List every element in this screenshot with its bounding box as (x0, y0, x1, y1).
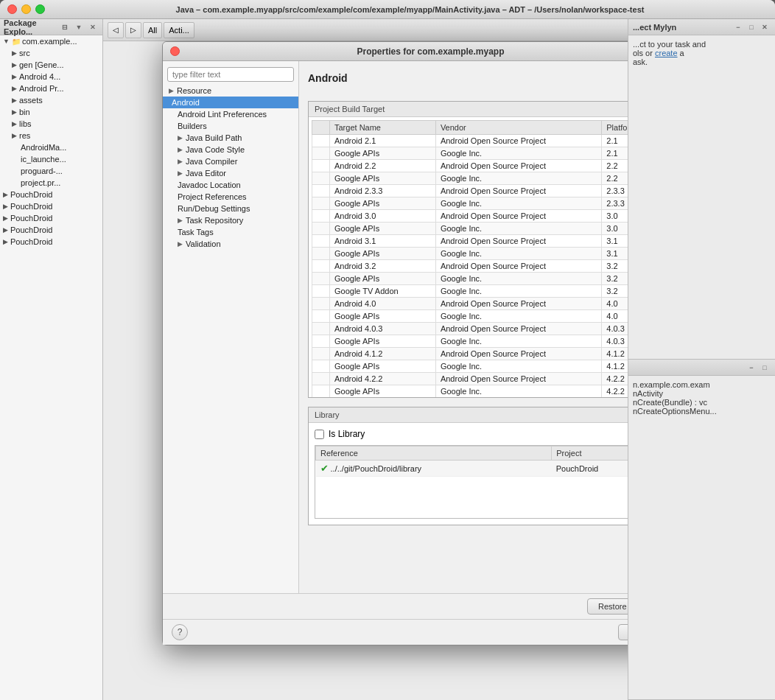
close-button[interactable] (7, 4, 17, 14)
tree-item-androidma[interactable]: AndroidMa... (0, 141, 102, 153)
target-checkbox-cell[interactable] (312, 373, 330, 385)
target-checkbox-cell[interactable] (312, 385, 330, 398)
nav-item-project-refs[interactable]: Project References (163, 191, 298, 203)
help-button[interactable]: ? (172, 624, 188, 640)
tree-item-ic-launch[interactable]: ic_launche... (0, 153, 102, 165)
target-row[interactable]: Android 3.0 Android Open Source Project … (312, 210, 628, 223)
target-row[interactable]: Google APIs Google Inc. 4.1.2 16 (312, 360, 628, 373)
mylyn-close-icon[interactable]: ✕ (759, 21, 771, 33)
target-checkbox-cell[interactable] (312, 335, 330, 348)
target-row[interactable]: Google APIs Google Inc. 2.2 8 (312, 172, 628, 185)
col-platform[interactable]: Platform (602, 121, 628, 135)
target-checkbox-cell[interactable] (312, 147, 330, 160)
back-button[interactable]: ◁ (108, 22, 124, 38)
tree-item-res[interactable]: ▶ res (0, 130, 102, 141)
tree-item-pouchdroid5[interactable]: ▶ PouchDroid (0, 236, 102, 248)
target-row[interactable]: Android 2.1 Android Open Source Project … (312, 135, 628, 147)
tree-item-pouchdroid4[interactable]: ▶ PouchDroid (0, 224, 102, 236)
target-checkbox-cell[interactable] (312, 135, 330, 147)
mylyn-min-icon[interactable]: − (732, 21, 744, 33)
create-link[interactable]: create (655, 49, 678, 57)
tree-item-gen[interactable]: ▶ gen [Gene... (0, 59, 102, 71)
target-row[interactable]: Android 3.1 Android Open Source Project … (312, 235, 628, 248)
nav-item-task-repo[interactable]: ▶ Task Repository (163, 214, 298, 226)
target-row[interactable]: Google APIs Google Inc. 3.2 13 (312, 273, 628, 285)
target-row[interactable]: Google APIs Google Inc. 4.0.3 15 (312, 335, 628, 348)
target-row[interactable]: Android 3.2 Android Open Source Project … (312, 260, 628, 273)
nav-item-java-code-style[interactable]: ▶ Java Code Style (163, 144, 298, 155)
is-library-checkbox[interactable] (315, 430, 324, 439)
col-target-name[interactable]: Target Name (330, 121, 436, 135)
restore-defaults-button[interactable]: Restore Defaults (587, 598, 628, 615)
target-checkbox-cell[interactable] (312, 285, 330, 298)
nav-item-javadoc[interactable]: Javadoc Location (163, 179, 298, 191)
target-checkbox-cell[interactable] (312, 348, 330, 360)
nav-item-task-tags[interactable]: Task Tags (163, 226, 298, 238)
target-row[interactable]: Google APIs Google Inc. 4.2.2 17 (312, 385, 628, 398)
target-row[interactable]: Android 2.2 Android Open Source Project … (312, 160, 628, 172)
target-row[interactable]: Google APIs Google Inc. 4.0 14 (312, 310, 628, 323)
library-row[interactable]: ✔ ../../git/PouchDroid/library PouchDroi… (316, 461, 628, 477)
col-vendor[interactable]: Vendor (435, 121, 601, 135)
tree-item-pouchdroid3[interactable]: ▶ PouchDroid (0, 212, 102, 224)
target-row[interactable]: Android 4.2.2 Android Open Source Projec… (312, 373, 628, 385)
dialog-close-button[interactable] (170, 46, 180, 56)
target-row[interactable]: Google APIs Google Inc. 2.3.3 10 (312, 197, 628, 210)
target-row[interactable]: Android 4.1.2 Android Open Source Projec… (312, 348, 628, 360)
nav-item-builders[interactable]: Builders (163, 120, 298, 132)
code-panel-max-icon[interactable]: □ (759, 362, 771, 374)
target-checkbox-cell[interactable] (312, 172, 330, 185)
activities-button[interactable]: Acti... (164, 22, 194, 38)
nav-item-validation[interactable]: ▶ Validation (163, 238, 298, 250)
tree-item-pouchdroid1[interactable]: ▶ PouchDroid (0, 189, 102, 200)
target-checkbox-cell[interactable] (312, 360, 330, 373)
nav-item-java-build-path[interactable]: ▶ Java Build Path (163, 132, 298, 144)
target-checkbox-cell[interactable] (312, 223, 330, 235)
target-checkbox-cell[interactable] (312, 160, 330, 172)
mylyn-max-icon[interactable]: □ (746, 21, 757, 33)
nav-item-java-editor[interactable]: ▶ Java Editor (163, 167, 298, 179)
target-checkbox-cell[interactable] (312, 273, 330, 285)
tree-item-assets[interactable]: ▶ assets (0, 94, 102, 106)
tree-item-project-pr[interactable]: project.pr... (0, 177, 102, 189)
target-row[interactable]: Android 4.0.3 Android Open Source Projec… (312, 323, 628, 335)
target-row[interactable]: Google TV Addon Google Inc. 3.2 13 (312, 285, 628, 298)
target-checkbox-cell[interactable] (312, 260, 330, 273)
target-checkbox-cell[interactable] (312, 323, 330, 335)
tree-item-bin[interactable]: ▶ bin (0, 106, 102, 118)
nav-item-lint[interactable]: Android Lint Preferences (163, 108, 298, 120)
target-checkbox-cell[interactable] (312, 248, 330, 260)
target-row[interactable]: Google APIs Google Inc. 3.1 12 (312, 248, 628, 260)
nav-item-resource[interactable]: ▶ Resource (163, 85, 298, 97)
tree-item-libs[interactable]: ▶ libs (0, 118, 102, 130)
target-checkbox-cell[interactable] (312, 185, 330, 197)
target-row[interactable]: Google APIs Google Inc. 2.1 7 (312, 147, 628, 160)
target-row[interactable]: Android 4.0 Android Open Source Project … (312, 298, 628, 310)
maximize-button[interactable] (35, 4, 45, 14)
target-row[interactable]: Android 2.3.3 Android Open Source Projec… (312, 185, 628, 197)
tree-item-proguard[interactable]: proguard-... (0, 165, 102, 177)
collapse-all-icon[interactable]: ⊟ (59, 21, 71, 33)
nav-item-java-compiler[interactable]: ▶ Java Compiler (163, 155, 298, 167)
panel-close-icon[interactable]: ✕ (87, 21, 99, 33)
target-row[interactable]: Google APIs Google Inc. 3.0 11 (312, 223, 628, 235)
target-checkbox-cell[interactable] (312, 197, 330, 210)
build-target-scroll[interactable]: Target Name Vendor Platform API Level (309, 117, 628, 397)
tree-item-src[interactable]: ▶ src (0, 47, 102, 59)
lib-col-project[interactable]: Project (552, 447, 628, 461)
tree-item-pouchdroid2[interactable]: ▶ PouchDroid (0, 200, 102, 212)
tree-item-android4[interactable]: ▶ Android 4... (0, 71, 102, 83)
cancel-button[interactable]: Cancel (618, 624, 628, 640)
forward-button[interactable]: ▷ (125, 22, 141, 38)
target-checkbox-cell[interactable] (312, 210, 330, 223)
target-checkbox-cell[interactable] (312, 235, 330, 248)
nav-item-android[interactable]: Android (163, 97, 298, 108)
nav-item-run-debug[interactable]: Run/Debug Settings (163, 203, 298, 214)
tree-item-com-example[interactable]: ▼ 📁 com.example... (0, 35, 102, 47)
all-button[interactable]: All (143, 22, 162, 38)
target-checkbox-cell[interactable] (312, 310, 330, 323)
filter-input[interactable] (167, 67, 294, 82)
code-panel-min-icon[interactable]: − (746, 362, 757, 374)
lib-col-reference[interactable]: Reference (316, 447, 552, 461)
minimize-button[interactable] (21, 4, 31, 14)
